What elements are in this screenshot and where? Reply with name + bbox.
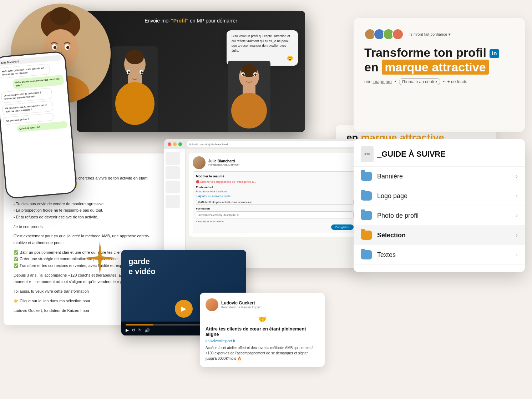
sub-tags: une image pro • l'humain au centre • + d… bbox=[364, 78, 514, 85]
phone-mockup: Julie Blanchard Hello Julie, j'ai besoin… bbox=[0, 51, 77, 199]
browser-close-dot[interactable] bbox=[168, 142, 171, 146]
file-name-logo: Logo page bbox=[377, 192, 516, 200]
file-name-photo: Photo de profil bbox=[377, 212, 516, 219]
file-row-banniere[interactable]: Bannière › bbox=[354, 167, 525, 186]
li-nav-home[interactable] bbox=[166, 152, 180, 165]
chat-bubble: Hello, pas de souci, comment je peux t'ê… bbox=[12, 75, 64, 89]
woman-figure-left bbox=[112, 46, 158, 132]
browser-maximize-dot[interactable] bbox=[178, 142, 182, 146]
linkedin-screenshot: linkedin.com/in/julie-blanchard Julie Bl… bbox=[164, 139, 364, 268]
li-nav-messages[interactable] bbox=[166, 195, 180, 208]
browser-minimize-dot[interactable] bbox=[173, 142, 177, 146]
folder-icon-logo bbox=[361, 191, 372, 201]
dark-banner-cta: Envoie-moi "Profil" en MP pour démarrer bbox=[145, 18, 237, 24]
li-nav-network[interactable] bbox=[166, 166, 180, 179]
svg-point-27 bbox=[254, 74, 257, 76]
file-chevron: › bbox=[516, 173, 518, 180]
post-name: Ludovic Guckert bbox=[221, 300, 262, 305]
folder-icon-selection bbox=[361, 231, 372, 240]
play-button[interactable]: ▶ bbox=[175, 300, 193, 318]
progress-fill bbox=[126, 324, 153, 325]
svg-point-8 bbox=[54, 46, 56, 49]
li-profile-title: Fondatrice Aha L'atrhum bbox=[208, 163, 239, 166]
svg-point-14 bbox=[115, 82, 154, 125]
file-panel-title: _GUIDE À SUIVRE bbox=[377, 150, 446, 159]
post-sub: Fondateur de Kaizen Impact bbox=[221, 305, 262, 309]
file-row-textes[interactable]: Textes › bbox=[354, 245, 525, 265]
file-panel: RTF _GUIDE À SUIVRE Bannière › Logo page… bbox=[354, 139, 525, 272]
avatar-4 bbox=[392, 29, 404, 40]
file-name-selection: Sélection bbox=[377, 232, 516, 239]
svg-point-17 bbox=[128, 71, 130, 74]
file-chevron-textes: › bbox=[516, 252, 518, 258]
file-chevron-logo: › bbox=[516, 193, 518, 199]
li-formation-input[interactable]: Université Paul Valéry - Montpellier 3 bbox=[196, 211, 354, 218]
li-profile-header: Julie Blanchard Fondatrice Aha L'atrhum bbox=[193, 156, 357, 169]
svg-point-23 bbox=[231, 93, 267, 128]
post-heart-emoji: 🤝 bbox=[206, 315, 319, 323]
li-profile-avatar bbox=[193, 156, 206, 169]
post-title: Attire tes clients de cœur en étant plei… bbox=[206, 326, 319, 337]
forward-btn[interactable]: ↻ bbox=[138, 328, 142, 333]
li-input-checkbox: ☑ Afficher l'entreprise actuelle dans mo… bbox=[196, 200, 354, 205]
li-profile-card: Julie Blanchard Fondatrice Aha L'atrhum … bbox=[189, 153, 360, 237]
browser-bar: linkedin.com/in/julie-blanchard bbox=[164, 139, 364, 149]
post-body: Accède à cet atelier offert et découvre … bbox=[206, 345, 319, 361]
woman-figure-right bbox=[228, 61, 270, 132]
folder-icon-textes bbox=[361, 250, 372, 259]
folder-icon-photo bbox=[361, 211, 372, 220]
social-post-card: Ludovic Guckert Fondateur de Kaizen Impa… bbox=[200, 293, 325, 367]
li-current-post-label: Poste actuel bbox=[196, 186, 354, 189]
post-header: Ludovic Guckert Fondateur de Kaizen Impa… bbox=[206, 298, 319, 311]
li-add-formation[interactable]: + Ajouter une formation bbox=[196, 220, 354, 223]
file-row-logo[interactable]: Logo page › bbox=[354, 186, 525, 206]
svg-point-26 bbox=[242, 74, 244, 76]
tag-humain: l'humain au centre bbox=[399, 78, 440, 85]
post-url[interactable]: go.kaizeniimpact.fr bbox=[206, 339, 319, 343]
li-section-title: Modifier le résumé bbox=[196, 175, 354, 178]
file-chevron-selection: › bbox=[516, 232, 518, 238]
chat-bubble: Je ne suis pas sûre de la d'actions à pr… bbox=[1, 88, 52, 103]
li-formation-label: Formation bbox=[196, 207, 354, 210]
linkedin-transform-panel: Ils m'ont fait confiance ♥ Transforme to… bbox=[354, 18, 525, 132]
video-top-text: garde e vidéo bbox=[121, 250, 246, 283]
file-chevron-photo: › bbox=[516, 212, 518, 219]
rtf-icon: RTF bbox=[361, 146, 374, 162]
li-edit-resume-section: Modifier le résumé 🔴 Éliminer les sugges… bbox=[193, 171, 357, 233]
svg-point-12 bbox=[126, 50, 144, 64]
play-pause-btn[interactable]: ▶ bbox=[126, 328, 129, 333]
phone-contact-name: Julie Blanchard bbox=[0, 55, 62, 66]
transform-title: Transforme ton profil in en marque attra… bbox=[364, 45, 514, 75]
svg-point-9 bbox=[66, 46, 69, 49]
file-name-banniere: Bannière bbox=[377, 173, 516, 180]
rewind-btn[interactable]: ↺ bbox=[132, 328, 135, 333]
li-ai-suggestion: 🔴 Éliminer les suggestions de l'intellig… bbox=[196, 180, 354, 183]
browser-url-bar[interactable]: linkedin.com/in/julie-blanchard bbox=[187, 141, 358, 147]
file-name-textes: Textes bbox=[377, 251, 516, 259]
avatar-group: Ils m'ont fait confiance ♥ bbox=[364, 29, 514, 40]
li-save-button[interactable]: Enregistrer bbox=[331, 224, 354, 230]
file-row-selection[interactable]: Sélection › bbox=[354, 226, 525, 245]
li-add-post[interactable]: + Ajouter un nouveau poste bbox=[196, 195, 354, 198]
li-current-post-value: Fondatrice Aha L'atrhum bbox=[196, 190, 354, 193]
linkedin-badge: in bbox=[490, 49, 499, 57]
svg-point-2 bbox=[50, 7, 71, 25]
dark-banner: Envoie-moi "Profil" en MP pour démarrer … bbox=[77, 11, 305, 132]
li-profile-name: Julie Blanchard bbox=[208, 159, 239, 163]
trust-text: Ils m'ont fait confiance ♥ bbox=[409, 32, 451, 36]
file-panel-header: RTF _GUIDE À SUIVRE bbox=[354, 146, 525, 167]
file-row-photo[interactable]: Photo de profil › bbox=[354, 206, 525, 226]
svg-point-18 bbox=[141, 71, 143, 74]
orange-text: marque attractive bbox=[382, 60, 488, 75]
folder-icon-banniere bbox=[361, 172, 372, 181]
li-nav-jobs[interactable] bbox=[166, 181, 180, 193]
chat-bubble: Ok pas de soucis, tu veux qu'on fasse un… bbox=[2, 100, 54, 115]
volume-btn[interactable]: 🔊 bbox=[145, 328, 150, 333]
gold-star-decoration bbox=[80, 239, 120, 280]
post-avatar bbox=[206, 298, 218, 311]
